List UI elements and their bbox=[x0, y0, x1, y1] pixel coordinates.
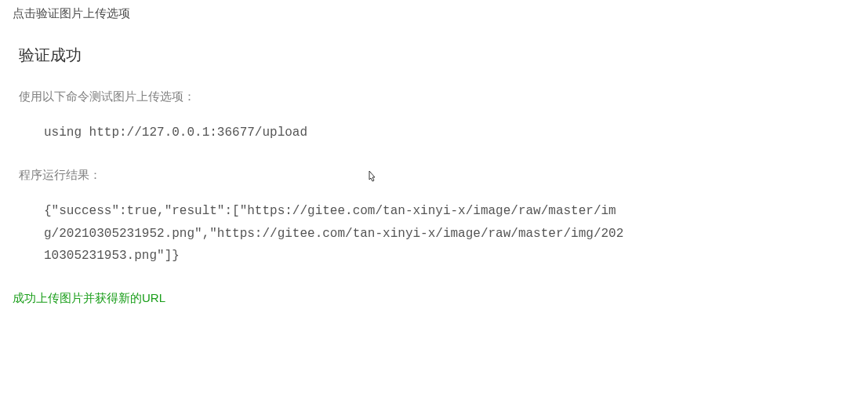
test-command-code: using http://127.0.0.1:36677/upload bbox=[19, 122, 630, 144]
result-output-code: {"success":true,"result":["https://gitee… bbox=[19, 200, 630, 268]
result-label: 程序运行结果： bbox=[19, 168, 855, 183]
test-command-label: 使用以下命令测试图片上传选项： bbox=[19, 89, 855, 104]
content-section: 验证成功 使用以下命令测试图片上传选项： using http://127.0.… bbox=[13, 45, 855, 268]
intro-text: 点击验证图片上传选项 bbox=[13, 6, 855, 21]
success-heading: 验证成功 bbox=[19, 45, 855, 66]
success-message: 成功上传图片并获得新的URL bbox=[13, 291, 855, 306]
